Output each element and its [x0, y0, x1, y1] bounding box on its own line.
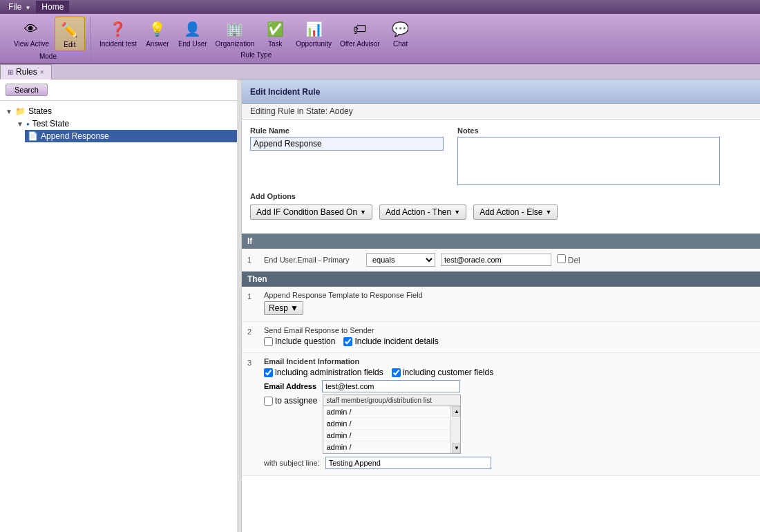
- offer-advisor-label: Offer Advisor: [340, 40, 380, 48]
- del-checkbox-input[interactable]: [557, 254, 566, 263]
- then-num-2: 2: [247, 326, 258, 336]
- rules-tab-close[interactable]: ×: [40, 68, 44, 76]
- then-item-3-row: 3 Email Incident Information including a…: [247, 357, 754, 469]
- staff-item-3[interactable]: admin /: [323, 430, 450, 441]
- then-title-1: Append Response Template to Response Fie…: [264, 291, 754, 299]
- states-root[interactable]: ▼ 📁 States: [3, 105, 238, 117]
- answer-icon: 💡: [146, 18, 169, 40]
- states-expand-icon: ▼: [6, 108, 12, 115]
- notes-label: Notes: [457, 126, 720, 135]
- including-admin-text: including administration fields: [275, 368, 383, 377]
- end-user-button[interactable]: 👤 End User: [175, 17, 210, 50]
- add-action-else-button[interactable]: Add Action - Else ▼: [473, 205, 558, 220]
- offer-advisor-button[interactable]: 🏷 Offer Advisor: [337, 17, 383, 50]
- then-title-2: Send Email Response to Sender: [264, 326, 754, 334]
- task-button[interactable]: ✅ Task: [260, 17, 290, 50]
- menu-file[interactable]: File ▼: [3, 1, 36, 13]
- task-icon: ✅: [264, 18, 286, 40]
- end-user-label: End User: [178, 40, 207, 48]
- notes-textarea[interactable]: [457, 137, 720, 185]
- subject-input[interactable]: [325, 457, 491, 469]
- then-item-3: 3 Email Incident Information including a…: [242, 353, 760, 476]
- tab-bar: ⊞ Rules ×: [0, 64, 760, 79]
- edit-label: Edit: [64, 41, 75, 49]
- staff-scroll-down[interactable]: ▼: [452, 443, 460, 453]
- include-question-checkbox[interactable]: [264, 337, 273, 346]
- add-if-label: Add IF Condition Based On: [256, 207, 357, 217]
- if-operator-select[interactable]: equals not equals contains: [366, 253, 435, 267]
- resp-arrow: ▼: [290, 303, 298, 313]
- include-question-text: Include question: [275, 336, 335, 346]
- staff-list-container: admin / admin / admin / admin / ▲ ▼: [323, 406, 461, 454]
- answer-button[interactable]: 💡 Answer: [142, 17, 173, 50]
- sidebar: Search ▼ 📁 States ▼ ● Test State 📄 Appen…: [0, 79, 242, 532]
- opportunity-icon: 📊: [303, 18, 325, 40]
- rule-name-label: Rule Name: [250, 126, 444, 135]
- if-value-input[interactable]: [441, 254, 551, 266]
- test-state-item[interactable]: ▼ ● Test State: [14, 117, 238, 130]
- incident-test-button[interactable]: ❓ Incident test: [97, 17, 140, 50]
- sidebar-resize-handle[interactable]: [237, 79, 241, 532]
- view-active-label: View Active: [14, 40, 49, 48]
- to-assignee-checkbox[interactable]: [264, 397, 273, 406]
- add-action-else-arrow: ▼: [546, 209, 552, 216]
- if-row-num: 1: [247, 256, 258, 264]
- resp-dropdown[interactable]: Resp ▼: [264, 301, 303, 315]
- add-options-row: Add IF Condition Based On ▼ Add Action -…: [250, 205, 752, 220]
- subject-label: with subject line:: [264, 459, 320, 467]
- notes-group: Notes: [457, 126, 720, 185]
- email-address-input[interactable]: [322, 380, 460, 392]
- opportunity-button[interactable]: 📊 Opportunity: [293, 17, 334, 50]
- including-customer-text: including customer fields: [403, 368, 493, 377]
- then-content-1: Append Response Template to Response Fie…: [264, 291, 754, 315]
- then-section-header: Then: [242, 272, 760, 287]
- rule-name-input[interactable]: [250, 137, 444, 151]
- form-area: Rule Name Notes Add Options Add IF Condi…: [242, 120, 760, 234]
- tree-area: ▼ 📁 States ▼ ● Test State 📄 Append Respo…: [0, 101, 241, 532]
- include-incident-checkbox[interactable]: [343, 337, 352, 346]
- staff-item-4[interactable]: admin /: [323, 441, 450, 453]
- then-num-1: 1: [247, 291, 258, 301]
- if-rule-row: 1 End User.Email - Primary equals not eq…: [242, 249, 760, 272]
- answer-label: Answer: [146, 40, 169, 48]
- to-assignee-label: to assignee: [264, 396, 317, 406]
- include-incident-text: Include incident details: [354, 336, 438, 346]
- chat-button[interactable]: 💬 Chat: [386, 17, 416, 50]
- rule-type-label: Rule Type: [97, 51, 416, 59]
- subject-row: with subject line:: [264, 457, 754, 469]
- menu-home[interactable]: Home: [36, 1, 69, 13]
- task-label: Task: [268, 40, 283, 48]
- append-response-item[interactable]: 📄 Append Response: [25, 130, 238, 142]
- send-email-options: Include question Include incident detail…: [264, 336, 754, 346]
- states-label: States: [28, 106, 52, 116]
- staff-item-2[interactable]: admin /: [323, 418, 450, 430]
- edit-header: Edit Incident Rule: [242, 79, 760, 104]
- including-admin-checkbox[interactable]: [264, 368, 273, 377]
- then-item-2: 2 Send Email Response to Sender Include …: [242, 322, 760, 353]
- then-content-3: Email Incident Information including adm…: [264, 357, 754, 469]
- rule-name-group: Rule Name: [250, 126, 444, 185]
- incident-test-icon: ❓: [107, 18, 129, 40]
- staff-item-1[interactable]: admin /: [323, 406, 450, 418]
- organization-button[interactable]: 🏢 Organization: [213, 17, 258, 50]
- rules-tab[interactable]: ⊞ Rules ×: [0, 64, 52, 79]
- menu-bar: File ▼ Home: [0, 0, 760, 14]
- content-area: Edit Incident Rule Editing Rule in State…: [242, 79, 760, 532]
- states-folder-icon: 📁: [15, 106, 26, 116]
- edit-button[interactable]: ✏️ Edit: [55, 17, 85, 51]
- if-header-text: If: [247, 236, 252, 246]
- search-button[interactable]: Search: [6, 84, 48, 96]
- organization-label: Organization: [216, 40, 255, 48]
- including-customer-checkbox[interactable]: [392, 368, 401, 377]
- add-if-button[interactable]: Add IF Condition Based On ▼: [250, 205, 372, 220]
- staff-dropdown-header: staff member/group/distribution list: [323, 395, 461, 406]
- incident-test-label: Incident test: [99, 40, 137, 48]
- include-question-label: Include question: [264, 336, 335, 346]
- add-action-then-button[interactable]: Add Action - Then ▼: [379, 205, 466, 220]
- email-incident-label: Email Incident Information: [264, 357, 754, 365]
- view-active-button[interactable]: 👁 View Active: [11, 17, 52, 51]
- staff-dropdown-container: staff member/group/distribution list adm…: [323, 395, 461, 454]
- staff-scroll-up[interactable]: ▲: [452, 406, 460, 417]
- if-section-header: If: [242, 234, 760, 249]
- rules-tab-icon: ⊞: [8, 68, 13, 76]
